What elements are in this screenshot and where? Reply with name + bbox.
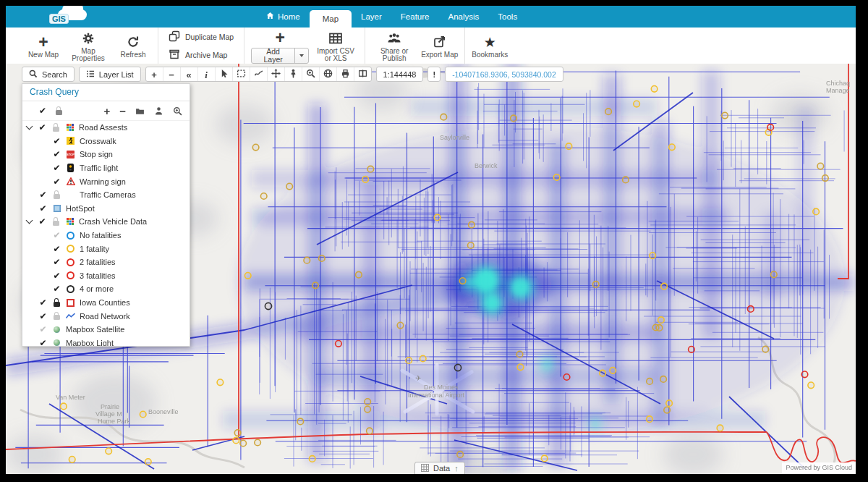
check-all-icon[interactable]: ✔ [39,106,46,115]
duplicate-icon [169,30,180,43]
checkbox-muted-icon[interactable]: ✔ [53,231,60,240]
checkbox-checked-icon[interactable]: ✔ [53,284,60,293]
layer-row-warning-sign[interactable]: ✔Warning sign [22,174,190,188]
tool-zoom-in-button[interactable]: + [146,67,163,81]
alert-icon: ! [433,70,435,79]
checkbox-checked-icon[interactable]: ✔ [39,204,46,213]
layer-row-4-or-more[interactable]: ✔4 or more [22,282,190,296]
tool-select-box-button[interactable] [233,67,250,81]
checkbox-checked-icon[interactable]: ✔ [53,177,60,186]
ribbon-group: +New MapMap PropertiesRefresh [19,28,158,64]
checkbox-muted-icon[interactable]: ✔ [39,325,46,334]
ribbon-button-add-layer[interactable]: + Add Layer [250,28,310,64]
lock-open-icon[interactable] [54,194,60,199]
ring-yellow-icon [67,245,75,253]
checkbox-checked-icon[interactable]: ✔ [53,137,60,145]
lock-all-icon[interactable] [56,110,62,115]
tool-center-map-button[interactable] [268,67,285,81]
layer-row-3-fatalities[interactable]: ✔3 fatalities [22,269,190,283]
tool-previous-extent-button[interactable]: « [181,67,198,81]
chevron-down-icon[interactable] [25,123,33,130]
lock-closed-icon[interactable] [54,302,60,307]
star-icon: ★ [472,34,508,51]
home-icon [266,6,274,28]
layer-row-mapbox-satellite[interactable]: ✔Mapbox Satellite [22,323,190,337]
ribbon-button-refresh[interactable]: Refresh [114,33,153,59]
layer-row-stop-sign[interactable]: ✔STOPStop sign [22,148,190,161]
ribbon-button-map-properties[interactable]: Map Properties [64,29,112,63]
panel-folder-button[interactable] [135,106,145,116]
panel-zoom-button[interactable] [173,106,182,116]
checkbox-checked-icon[interactable]: ✔ [38,123,46,132]
tool-swipe-button[interactable] [354,67,371,81]
tool-select-button[interactable] [216,67,233,81]
layer-row-road-assests[interactable]: ✔Road Assests [22,121,190,135]
layer-row-hotspot[interactable]: ✔HotSpot [22,202,190,216]
menu-item-home[interactable]: Home [257,6,310,28]
layer-row-mapbox-light[interactable]: ✔Mapbox Light [22,337,190,347]
layer-row-traffic-light[interactable]: ✔Traffic light [22,161,190,175]
lock-open-icon[interactable] [54,315,60,320]
menu-item-map[interactable]: Map [310,10,352,28]
layer-list-button[interactable]: Layer List [79,67,141,82]
checkbox-checked-icon[interactable]: ✔ [39,190,46,199]
layer-label: Crash Vehicle Data [79,217,147,226]
layer-row-crosswalk[interactable]: ✔Crosswalk [22,135,190,148]
zoom-out-icon: − [169,68,174,81]
ribbon-button-bookmarks[interactable]: ★Bookmarks [470,33,509,59]
lock-open-icon[interactable] [53,221,59,226]
checkbox-checked-icon[interactable]: ✔ [53,258,60,266]
menu-item-analysis[interactable]: Analysis [438,6,488,28]
alert-button[interactable]: ! [427,67,441,82]
layer-row-traffic-cameras[interactable]: ✔Traffic Cameras [22,188,190,202]
data-grid-tab[interactable]: Data ↑ [414,462,465,474]
ribbon-button-import-csv-or-xls[interactable]: Import CSV or XLS [312,29,359,63]
ribbon-button-duplicate-map[interactable]: Duplicate Map [169,30,234,43]
ribbon-group: ★Bookmarks [465,28,514,64]
panel-minus-button[interactable]: − [119,106,126,116]
tool-full-extent-button[interactable] [320,67,337,81]
checkbox-checked-icon[interactable]: ✔ [39,298,46,307]
zoom-in-icon: + [151,68,157,81]
layer-row-iowa-counties[interactable]: ✔Iowa Counties [22,296,190,310]
powered-by-badge: Powered by GIS Cloud [782,462,856,473]
scale-box[interactable]: 1:144448 [376,67,424,82]
ribbon-button-archive-map[interactable]: Archive Map [169,48,227,62]
ribbon-button-share-or-publish[interactable]: Share or Publish [370,29,418,63]
street-view-icon [289,68,298,81]
checkbox-checked-icon[interactable]: ✔ [53,150,60,158]
add-layer-dropdown[interactable] [294,48,308,63]
ribbon-button-export-map[interactable]: Export Map [420,33,459,59]
layer-row-road-network[interactable]: ✔Road Network [22,309,190,323]
checkbox-checked-icon[interactable]: ✔ [53,245,60,253]
tool-print-button[interactable] [337,67,354,81]
checkbox-checked-icon[interactable]: ✔ [53,164,60,172]
tool-info-button[interactable]: i [198,67,216,81]
panel-person-button[interactable] [154,106,163,116]
warning-sign-icon [67,177,75,185]
tool-zoom-out-button[interactable]: − [163,67,181,81]
layer-row-crash-vehicle-data[interactable]: ✔Crash Vehicle Data [22,215,190,229]
layer-row-1-fatality[interactable]: ✔1 fatality [22,242,190,255]
tool-street-view-button[interactable] [285,67,302,81]
tool-zoom-to-selection-button[interactable] [302,67,320,81]
search-button[interactable]: Search [22,67,75,82]
checkbox-checked-icon[interactable]: ✔ [38,217,46,226]
menu-item-tools[interactable]: Tools [488,6,527,28]
checkbox-checked-icon[interactable]: ✔ [39,312,46,321]
layer-row-2-fatalities[interactable]: ✔2 fatalities [22,255,190,269]
ring-black-icon [67,285,75,293]
tool-freehand-select-button[interactable] [250,67,268,81]
ribbon-button-new-map[interactable]: +New Map [24,33,63,59]
menu-item-feature[interactable]: Feature [391,6,439,28]
svg-text:International Airport: International Airport [408,392,465,399]
gis-cloud-logo[interactable]: GIS [48,8,98,27]
menu-item-layer[interactable]: Layer [352,6,391,28]
checkbox-checked-icon[interactable]: ✔ [39,339,46,347]
chevron-down-icon[interactable] [25,217,33,224]
checkbox-checked-icon[interactable]: ✔ [53,271,60,280]
layer-row-no-fatalities[interactable]: ✔No fatalities [22,229,190,242]
lock-open-icon[interactable] [53,127,59,132]
layer-label: Crosswalk [80,137,116,145]
panel-plus-button[interactable]: + [103,106,110,116]
